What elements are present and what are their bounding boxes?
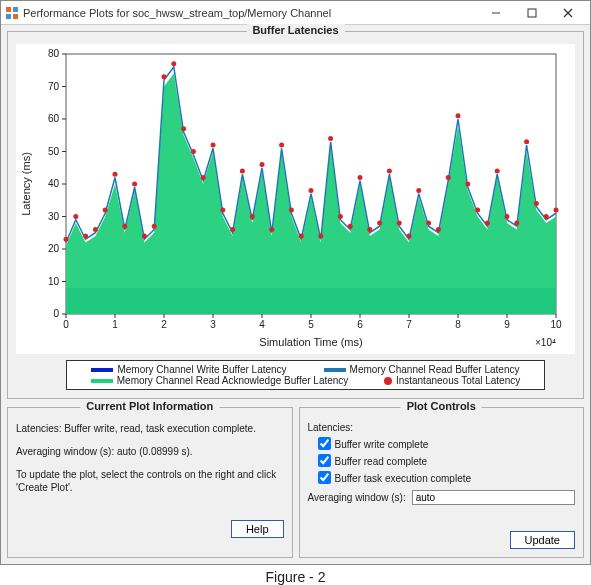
svg-rect-6: [528, 9, 536, 17]
svg-point-83: [358, 175, 363, 180]
svg-point-93: [456, 113, 461, 118]
latency-chart: 01234567891001020304050607080Simulation …: [16, 44, 575, 354]
close-button[interactable]: [550, 2, 586, 24]
svg-point-86: [387, 169, 392, 174]
update-button[interactable]: Update: [510, 531, 575, 549]
svg-point-68: [211, 143, 216, 148]
svg-point-91: [436, 227, 441, 232]
legend-label: Instantaneous Total Latency: [396, 375, 520, 386]
svg-point-85: [377, 221, 382, 226]
svg-text:50: 50: [48, 146, 60, 157]
averaging-window-label: Averaging window (s):: [308, 492, 406, 503]
svg-point-96: [485, 221, 490, 226]
svg-point-67: [201, 175, 206, 180]
legend-item: Memory Channel Write Buffer Latency: [91, 364, 286, 375]
svg-point-59: [122, 224, 127, 229]
svg-point-62: [152, 224, 157, 229]
svg-text:0: 0: [63, 319, 69, 330]
svg-point-81: [338, 214, 343, 219]
svg-text:1: 1: [112, 319, 118, 330]
svg-point-98: [505, 214, 510, 219]
svg-point-66: [191, 149, 196, 154]
svg-point-80: [328, 136, 333, 141]
legend-label: Memory Channel Read Acknowledge Buffer L…: [117, 375, 349, 386]
svg-text:70: 70: [48, 81, 60, 92]
window-title: Performance Plots for soc_hwsw_stream_to…: [23, 7, 478, 19]
titlebar: Performance Plots for soc_hwsw_stream_to…: [1, 1, 590, 25]
svg-point-69: [220, 208, 225, 213]
figure-caption: Figure - 2: [0, 565, 591, 585]
svg-text:4: 4: [259, 319, 265, 330]
checkbox-input[interactable]: [318, 454, 331, 467]
svg-point-57: [103, 208, 108, 213]
info-line: Averaging window (s): auto (0.08999 s).: [16, 445, 284, 458]
info-line: To update the plot, select the controls …: [16, 468, 284, 494]
checkbox-label: Buffer task execution complete: [335, 473, 472, 484]
svg-rect-1: [6, 7, 11, 12]
checkbox-buffer-task[interactable]: Buffer task execution complete: [318, 469, 576, 484]
plot-panel-title: Buffer Latencies: [246, 24, 344, 36]
svg-text:×10⁴: ×10⁴: [535, 337, 556, 348]
legend-item: Memory Channel Read Acknowledge Buffer L…: [91, 375, 349, 386]
help-button[interactable]: Help: [231, 520, 284, 538]
svg-point-82: [348, 224, 353, 229]
svg-point-90: [426, 221, 431, 226]
svg-text:Simulation Time (ms): Simulation Time (ms): [259, 336, 362, 348]
legend-item: Memory Channel Read Buffer Latency: [324, 364, 520, 375]
averaging-window-input[interactable]: [412, 490, 575, 505]
svg-point-102: [544, 214, 549, 219]
checkbox-buffer-write[interactable]: Buffer write complete: [318, 435, 576, 450]
svg-text:2: 2: [161, 319, 167, 330]
svg-point-53: [64, 237, 69, 242]
svg-point-87: [397, 221, 402, 226]
plot-controls-panel: Plot Controls Latencies: Buffer write co…: [299, 407, 585, 558]
svg-text:5: 5: [308, 319, 314, 330]
svg-point-101: [534, 201, 539, 206]
svg-point-89: [416, 188, 421, 193]
svg-point-55: [83, 234, 88, 239]
svg-point-94: [465, 182, 470, 187]
latencies-group-label: Latencies:: [308, 422, 576, 433]
svg-text:6: 6: [357, 319, 363, 330]
svg-rect-3: [6, 14, 11, 19]
svg-point-77: [299, 234, 304, 239]
svg-text:30: 30: [48, 211, 60, 222]
info-line: Latencies: Buffer write, read, task exec…: [16, 422, 284, 435]
svg-point-78: [309, 188, 314, 193]
svg-point-56: [93, 227, 98, 232]
svg-text:80: 80: [48, 48, 60, 59]
legend-label: Memory Channel Write Buffer Latency: [117, 364, 286, 375]
svg-text:9: 9: [504, 319, 510, 330]
maximize-button[interactable]: [514, 2, 550, 24]
window-frame: Performance Plots for soc_hwsw_stream_to…: [0, 0, 591, 565]
svg-point-63: [162, 74, 167, 79]
svg-text:0: 0: [53, 308, 59, 319]
svg-text:8: 8: [455, 319, 461, 330]
ctrl-panel-title: Plot Controls: [401, 400, 482, 412]
svg-text:7: 7: [406, 319, 412, 330]
svg-text:10: 10: [550, 319, 562, 330]
svg-point-74: [269, 227, 274, 232]
svg-point-65: [181, 126, 186, 131]
svg-point-92: [446, 175, 451, 180]
checkbox-input[interactable]: [318, 471, 331, 484]
legend-label: Memory Channel Read Buffer Latency: [350, 364, 520, 375]
svg-point-58: [113, 172, 118, 177]
svg-text:40: 40: [48, 178, 60, 189]
svg-point-72: [250, 214, 255, 219]
chart-legend: Memory Channel Write Buffer Latency Memo…: [66, 360, 545, 390]
svg-point-75: [279, 143, 284, 148]
current-plot-info-panel: Current Plot Information Latencies: Buff…: [7, 407, 293, 558]
buffer-latencies-panel: Buffer Latencies 01234567891001020304050…: [7, 31, 584, 399]
svg-point-97: [495, 169, 500, 174]
checkbox-input[interactable]: [318, 437, 331, 450]
info-panel-title: Current Plot Information: [80, 400, 219, 412]
svg-point-88: [407, 234, 412, 239]
svg-text:Latency (ms): Latency (ms): [20, 152, 32, 216]
checkbox-label: Buffer write complete: [335, 439, 429, 450]
svg-rect-2: [13, 7, 18, 12]
checkbox-buffer-read[interactable]: Buffer read complete: [318, 452, 576, 467]
svg-point-61: [142, 234, 147, 239]
minimize-button[interactable]: [478, 2, 514, 24]
svg-point-100: [524, 139, 529, 144]
